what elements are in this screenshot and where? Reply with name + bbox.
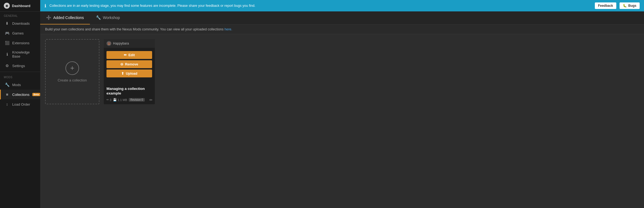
tab-added-collections[interactable]: ➕ Added Collections [40,11,90,24]
downloads-icon: ⬇ [5,21,10,26]
card-title: Managing a collection example [106,86,152,96]
card-meta: ✏ 3 💾 1.1 MB Revision 0 [106,98,152,102]
remove-button[interactable]: ⊖ Remove [106,60,152,68]
description-bar: Build your own collections and share the… [40,25,644,34]
mods-label: Mods [12,83,36,87]
card-buttons: ✏ Edit ⊖ Remove ⬆ Upload [104,48,155,80]
knowledge-base-label: Knowledge Base [12,50,36,58]
sidebar-divider [0,72,40,72]
tab-workshop-label: Workshop [103,15,120,20]
main-content: ℹ Collections are in an early testing st… [40,0,644,208]
sidebar-item-games[interactable]: 🎮 Games [0,28,40,38]
load-order-label: Load Order [12,102,36,106]
mods-icon: ✏ [106,98,109,102]
wrench-icon: 🔧 [96,15,101,20]
sidebar-item-downloads[interactable]: ⬇ Downloads [0,18,40,28]
sidebar: ◉ Dashboard General ⬇ Downloads 🎮 Games … [0,0,40,208]
feedback-button[interactable]: Feedback [595,2,616,9]
dashboard-icon: ◉ [4,3,10,9]
sidebar-item-load-order[interactable]: ↕ Load Order [0,99,40,109]
collections-badge: Beta [32,93,40,96]
file-size: 💾 1.1 MB [113,98,127,102]
games-label: Games [12,31,36,35]
banner-text: Collections are in an early testing stag… [49,4,592,8]
downloads-label: Downloads [12,21,36,26]
card-header: 🐻 Happybara [104,39,155,48]
card-info: Managing a collection example ✏ 3 💾 1.1 … [104,80,155,104]
settings-icon: ⚙ [5,63,10,68]
bug-icon: 🐛 [623,4,627,8]
create-collection-card[interactable]: + Create a collection [45,39,99,104]
create-circle-icon: + [65,61,79,75]
sidebar-item-settings[interactable]: ⚙ Settings [0,61,40,71]
author-avatar: 🐻 [106,41,111,46]
section-mods-label: Mods [0,73,40,80]
info-icon: ℹ [45,3,46,8]
collections-icon: ≡ [5,92,10,97]
settings-label: Settings [12,64,36,68]
here-link[interactable]: here. [225,27,233,31]
sidebar-logo[interactable]: ◉ Dashboard [0,0,40,12]
announcement-banner: ℹ Collections are in an early testing st… [40,0,644,11]
section-general-label: General [0,12,40,18]
knowledge-base-icon: ℹ [5,52,10,57]
extensions-icon: ⬛ [5,40,10,45]
games-icon: 🎮 [5,31,10,36]
sidebar-item-extensions[interactable]: ⬛ Extensions [0,38,40,48]
upload-icon: ⬆ [121,71,124,75]
bugs-button[interactable]: 🐛 Bugs [620,2,640,9]
collections-label: Collections [12,93,30,97]
tab-added-collections-label: Added Collections [53,15,84,20]
edit-button[interactable]: ✏ Edit [106,51,152,59]
revision-badge: Revision 0 [129,98,145,102]
sidebar-item-collections[interactable]: ≡ Collections Beta [0,90,40,99]
author-name: Happybara [113,42,129,45]
dashboard-label: Dashboard [12,4,30,8]
tabs-bar: ➕ Added Collections 🔧 Workshop [40,11,644,25]
sidebar-item-mods[interactable]: 🔧 Mods [0,80,40,90]
tab-workshop[interactable]: 🔧 Workshop [90,11,126,24]
mods-count: ✏ 3 [106,98,111,102]
description-text: Build your own collections and share the… [45,27,225,31]
edit-icon: ✏ [124,53,127,57]
load-order-icon: ↕ [5,102,10,107]
extensions-label: Extensions [12,41,36,45]
sidebar-item-knowledge-base[interactable]: ℹ Knowledge Base [0,48,40,61]
mods-icon: 🔧 [5,82,10,87]
remove-icon: ⊖ [120,62,123,66]
collection-card: 🐻 Happybara ✏ Edit ⊖ Remove ⬆ Upload Man… [104,39,155,104]
create-collection-label: Create a collection [58,78,87,82]
size-icon: 💾 [113,98,117,102]
upload-button[interactable]: ⬆ Upload [106,70,152,77]
content-area: + Create a collection 🐻 Happybara ✏ Edit… [40,34,644,208]
card-pencil-icon[interactable]: ✏ [149,98,153,102]
add-icon: ➕ [46,15,51,20]
